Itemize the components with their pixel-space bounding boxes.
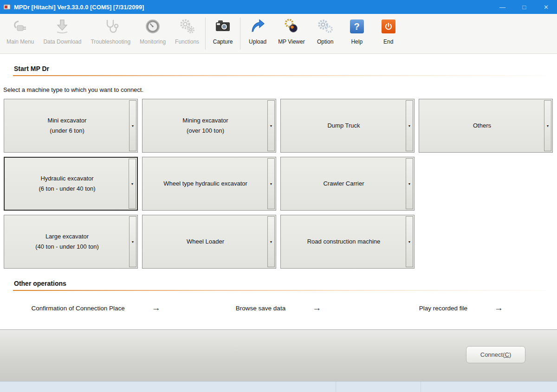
end-power-icon [377, 17, 400, 36]
machine-grid-row: Hydraulic excavator (6 ton - under 40 to… [4, 157, 553, 211]
machine-button-mini-excavator[interactable]: Mini excavator (under 6 ton) ▼ [4, 99, 138, 153]
toolbar-data-download[interactable]: Data Download [39, 15, 86, 53]
toolbar-label: Functions [175, 39, 199, 45]
toolbar-end[interactable]: End [373, 15, 404, 53]
dropdown-toggle[interactable]: ▼ [267, 158, 275, 209]
app-icon [3, 3, 11, 11]
machine-button-label: Wheel Loader [187, 237, 224, 247]
link-play-recorded-file[interactable]: Play recorded file → [370, 303, 552, 313]
main-content: Start MP Dr Select a machine type to whi… [0, 54, 557, 329]
machine-button-label: Others [473, 121, 491, 131]
machine-button-label: Mini excavator (under 6 ton) [48, 116, 87, 136]
orange-rule [13, 290, 545, 291]
toolbar-label: Data Download [43, 39, 81, 45]
machine-line2: (40 ton - under 100 ton) [35, 242, 99, 252]
chevron-down-icon: ▼ [270, 240, 273, 244]
dropdown-toggle[interactable]: ▼ [129, 216, 136, 267]
app-window: MPDr [Hitachi] Ver3.33.0.0 [COM5] [7/31/… [0, 0, 557, 392]
toolbar-upload[interactable]: Upload [242, 15, 273, 53]
toolbar-label: Main Menu [6, 39, 34, 45]
orange-rule [13, 75, 545, 76]
dropdown-toggle[interactable]: ▼ [406, 216, 413, 267]
machine-button-hydraulic-excavator[interactable]: Hydraulic excavator (6 ton - under 40 to… [4, 157, 138, 211]
troubleshooting-icon [99, 17, 122, 36]
option-icon [314, 17, 337, 36]
machine-line1: Dump Truck [327, 121, 360, 131]
toolbar-label: MP Viewer [278, 39, 305, 45]
link-confirmation-of-connection-place[interactable]: Confirmation of Connection Place → [5, 303, 187, 313]
machine-button-large-excavator[interactable]: Large excavator (40 ton - under 100 ton)… [4, 215, 138, 269]
machine-line1: Wheel Loader [187, 237, 224, 247]
machine-grid: Mini excavator (under 6 ton) ▼ Mining ex… [4, 99, 553, 269]
capture-icon [212, 17, 234, 36]
machine-line1: Mining excavator [182, 116, 228, 126]
dropdown-toggle[interactable]: ▼ [129, 100, 136, 151]
window-controls: — □ ✕ [492, 0, 557, 14]
machine-button-label: Wheel type hydraulic excavator [163, 179, 247, 189]
toolbar-functions[interactable]: Functions [170, 15, 204, 53]
toolbar-mp-viewer[interactable]: MP Viewer [273, 15, 310, 53]
help-icon: ? [346, 17, 368, 36]
minimize-button[interactable]: — [492, 0, 513, 14]
machine-button-crawler-carrier[interactable]: Crawler Carrier ▼ [280, 157, 415, 211]
machine-line1: Crawler Carrier [323, 179, 364, 189]
link-label: Browse save data [236, 305, 285, 312]
other-operations-title: Other operations [14, 280, 557, 287]
close-button[interactable]: ✕ [535, 0, 557, 14]
machine-line1: Mini excavator [48, 116, 87, 126]
arrow-right-icon: → [494, 303, 503, 313]
functions-icon [176, 17, 198, 36]
connect-label-accelerator: C [505, 351, 509, 358]
machine-line1: Hydraulic excavator [39, 174, 95, 184]
machine-button-label: Large excavator (40 ton - under 100 ton) [35, 231, 99, 252]
arrow-right-icon: → [312, 303, 321, 313]
machine-button-label: Dump Truck [327, 121, 360, 131]
chevron-down-icon: ▼ [408, 124, 411, 128]
machine-line2: (under 6 ton) [48, 126, 87, 136]
machine-grid-row: Mini excavator (under 6 ton) ▼ Mining ex… [4, 99, 553, 153]
statusbar-pane [421, 382, 557, 392]
mp-viewer-icon [280, 17, 303, 36]
toolbar-label: Troubleshooting [91, 39, 130, 45]
machine-line2: (6 ton - under 40 ton) [39, 184, 95, 194]
machine-line1: Wheel type hydraulic excavator [163, 179, 247, 189]
link-browse-save-data[interactable]: Browse save data → [187, 303, 369, 313]
machine-button-wheel-loader[interactable]: Wheel Loader ▼ [142, 215, 276, 269]
chevron-down-icon: ▼ [131, 124, 135, 128]
chevron-down-icon: ▼ [270, 182, 273, 186]
dropdown-toggle[interactable]: ▼ [129, 159, 136, 209]
titlebar: MPDr [Hitachi] Ver3.33.0.0 [COM5] [7/31/… [0, 0, 557, 14]
toolbar-capture[interactable]: Capture [207, 15, 239, 53]
dropdown-toggle[interactable]: ▼ [406, 100, 413, 151]
connect-button[interactable]: Connect(C) [466, 346, 525, 363]
toolbar-main-menu[interactable]: Main Menu [2, 15, 39, 53]
monitoring-icon [142, 17, 164, 36]
machine-button-mining-excavator[interactable]: Mining excavator (over 100 ton) ▼ [142, 99, 276, 153]
toolbar-label: Capture [213, 39, 233, 45]
maximize-button[interactable]: □ [513, 0, 535, 14]
dropdown-toggle[interactable]: ▼ [406, 158, 413, 209]
machine-button-dump-truck[interactable]: Dump Truck ▼ [280, 99, 415, 153]
dropdown-toggle[interactable]: ▼ [544, 100, 551, 151]
toolbar-help[interactable]: ? Help [341, 15, 373, 53]
machine-button-road-construction-machine[interactable]: Road construction machine ▼ [280, 215, 415, 269]
other-operations-links: Confirmation of Connection Place → Brows… [5, 303, 552, 313]
machine-button-label: Crawler Carrier [323, 179, 364, 189]
machine-line1: Others [473, 121, 491, 131]
toolbar-option[interactable]: Option [310, 15, 341, 53]
chevron-down-icon: ▼ [131, 240, 135, 244]
link-label: Play recorded file [419, 305, 467, 312]
dropdown-toggle[interactable]: ▼ [267, 216, 275, 267]
machine-button-label: Road construction machine [307, 237, 381, 247]
machine-button-label: Mining excavator (over 100 ton) [182, 116, 228, 136]
toolbar-label: Help [351, 39, 363, 45]
link-label: Confirmation of Connection Place [32, 305, 125, 312]
toolbar-monitoring[interactable]: Monitoring [135, 15, 170, 53]
data-download-icon [51, 17, 73, 36]
machine-button-others[interactable]: Others ▼ [419, 99, 553, 153]
arrow-right-icon: → [152, 303, 161, 313]
machine-button-wheel-type-hydraulic-excavator[interactable]: Wheel type hydraulic excavator ▼ [142, 157, 276, 211]
chevron-down-icon: ▼ [270, 124, 273, 128]
dropdown-toggle[interactable]: ▼ [267, 100, 275, 151]
toolbar-troubleshooting[interactable]: Troubleshooting [86, 15, 135, 53]
